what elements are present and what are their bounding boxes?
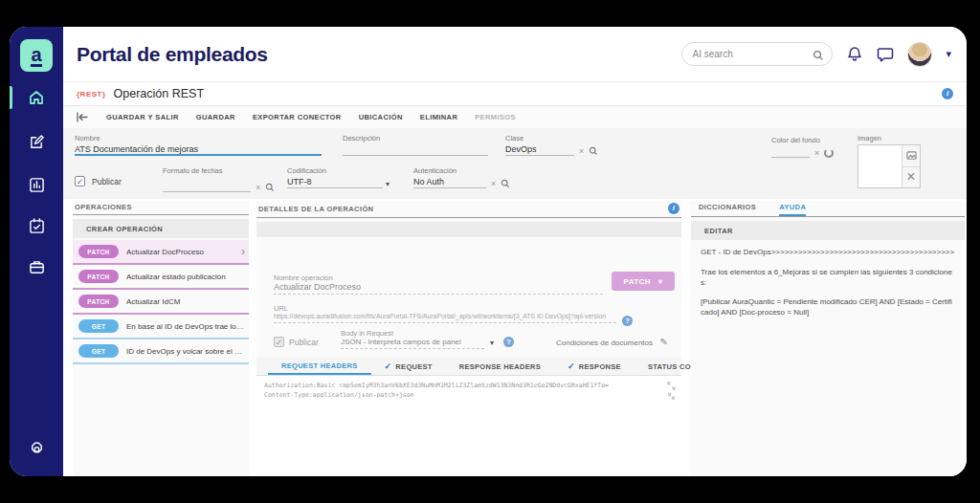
notifications-button[interactable] xyxy=(846,46,863,63)
action-toolbar: GUARDAR Y SALIR GUARDAR EXPORTAR CONECTO… xyxy=(63,106,967,128)
tab-request-headers[interactable]: REQUEST HEADERS xyxy=(268,358,371,375)
operation-row[interactable]: GET En base al ID de DevOps trae los dem… xyxy=(73,315,249,339)
search-icon[interactable] xyxy=(813,50,822,59)
field-clase-input[interactable]: DevOps xyxy=(505,144,574,156)
bell-icon xyxy=(846,46,863,63)
operation-label: Actualizar IdCM xyxy=(126,297,245,306)
ai-search[interactable] xyxy=(681,42,833,66)
editar-button[interactable]: EDITAR xyxy=(691,221,965,240)
create-operation-button[interactable]: CREAR OPERACIÓN xyxy=(73,219,249,238)
object-title-bar: {REST} Operación REST i xyxy=(63,81,967,106)
messages-button[interactable] xyxy=(877,46,894,63)
field-color-fondo-input[interactable] xyxy=(771,146,810,158)
save-and-exit-button[interactable]: GUARDAR Y SALIR xyxy=(106,113,179,121)
formato-search-icon[interactable] xyxy=(265,183,275,192)
sidebar-item-edit[interactable] xyxy=(10,127,63,156)
tab-request[interactable]: REQUEST xyxy=(371,358,446,375)
edit-icon xyxy=(29,134,45,150)
field-codificacion: Codificación UTF-8 ▾ xyxy=(287,166,390,188)
method-select-button[interactable]: PATCH ▾ xyxy=(612,272,675,291)
color-clear-icon[interactable]: × xyxy=(813,148,821,158)
field-codificacion-select[interactable]: UTF-8 xyxy=(287,177,383,188)
field-autenticacion-label: Autenticación xyxy=(413,166,510,175)
field-autenticacion-input[interactable]: No Auth xyxy=(413,177,486,188)
body-in-request-select[interactable]: JSON - Interpreta campos de panel xyxy=(341,338,484,349)
back-icon[interactable] xyxy=(77,112,89,122)
expand-icon[interactable] xyxy=(667,382,676,390)
delete-button[interactable]: ELIMINAR xyxy=(420,113,457,121)
operation-row[interactable]: PATCH Actualizar IdCM xyxy=(73,290,249,315)
sidebar-item-calendar[interactable] xyxy=(10,211,63,240)
field-formato-fechas-input[interactable] xyxy=(163,181,251,192)
save-button[interactable]: GUARDAR xyxy=(196,113,235,121)
editor-expanders xyxy=(667,382,676,401)
field-descripcion-input[interactable] xyxy=(343,144,488,156)
method-badge: PATCH xyxy=(78,245,119,258)
pencil-icon[interactable]: ✎ xyxy=(660,337,668,347)
nombre-operacion-label: Nombre operación xyxy=(274,273,603,282)
sidebar-item-home[interactable] xyxy=(10,83,63,112)
help-line-conditions: [Publicar AuraQuantic = Pendiente modifi… xyxy=(701,297,955,318)
help-line-description: Trae los elementos a 6_Mejoras si se cum… xyxy=(701,268,955,289)
publicar-detail-checkbox[interactable] xyxy=(274,337,284,347)
rest-type-badge: {REST} xyxy=(77,90,106,98)
brand-logo-icon[interactable]: a xyxy=(20,39,53,72)
details-toolbar xyxy=(256,222,681,237)
field-autenticacion: Autenticación No Auth × xyxy=(413,166,510,188)
nombre-operacion-input[interactable]: Actualizar DocProceso xyxy=(274,282,603,295)
tab-response-headers[interactable]: RESPONSE HEADERS xyxy=(446,358,554,375)
operations-panel: OPERACIONES CREAR OPERACIÓN PATCH Actual… xyxy=(73,201,249,476)
url-input[interactable]: https://devops.auradifusion.com/tfs/Aura… xyxy=(274,313,616,323)
field-descripcion-label: Descripción xyxy=(343,134,488,142)
formato-clear-icon[interactable]: × xyxy=(254,183,262,192)
image-remove-icon[interactable]: × xyxy=(902,166,920,188)
operations-panel-title: OPERACIONES xyxy=(73,201,249,215)
export-connector-button[interactable]: EXPORTAR CONECTOR xyxy=(253,113,342,121)
request-tabs: REQUEST HEADERS REQUEST RESPONSE HEADERS… xyxy=(256,358,681,376)
operation-row[interactable]: PATCH Actualizar estado publicación xyxy=(73,265,249,290)
publicar-checkbox[interactable] xyxy=(75,176,85,186)
body-dropdown-icon[interactable]: ▾ xyxy=(490,339,494,347)
field-formato-fechas-label: Formato de fechas xyxy=(163,166,275,175)
publicar-detail-label: Publicar xyxy=(289,338,319,347)
bar-chart-icon xyxy=(29,177,45,193)
tab-ayuda[interactable]: AYUDA xyxy=(779,203,806,216)
method-badge: PATCH xyxy=(78,270,119,283)
autenticacion-clear-icon[interactable]: × xyxy=(489,179,498,188)
operation-row[interactable]: GET ID de DevOps y volcar sobre el GC Me… xyxy=(73,339,249,364)
color-picker-icon[interactable] xyxy=(824,148,834,158)
field-formato-fechas: Formato de fechas × xyxy=(163,166,275,192)
operation-label: ID de DevOps y volcar sobre el GC Mejor.… xyxy=(126,347,245,356)
image-dropzone[interactable]: × xyxy=(858,144,921,188)
sidebar: a xyxy=(10,27,63,476)
ai-search-input[interactable] xyxy=(692,49,807,59)
field-clase-label: Clase xyxy=(505,134,598,142)
clase-search-icon[interactable] xyxy=(589,146,598,156)
operation-row[interactable]: PATCH Actualizar DocProceso › xyxy=(73,240,249,265)
info-icon[interactable]: i xyxy=(942,88,953,99)
user-menu-chevron-down-icon[interactable]: ▾ xyxy=(946,48,951,60)
clase-clear-icon[interactable]: × xyxy=(577,146,586,156)
url-help-icon[interactable]: ? xyxy=(622,316,633,326)
collapse-icon[interactable] xyxy=(667,392,676,401)
sidebar-item-briefcase[interactable] xyxy=(10,252,63,281)
sidebar-item-settings[interactable] xyxy=(10,433,63,462)
document-conditions-link[interactable]: Condiciones de documentos xyxy=(556,339,653,347)
request-headers-editor[interactable]: Authorization:Basic cmp5emIyM3h3anV6bXE3… xyxy=(256,376,681,476)
method-badge: GET xyxy=(78,344,119,358)
sidebar-item-reports[interactable] xyxy=(10,170,63,199)
check-icon xyxy=(568,361,575,371)
field-nombre-input[interactable]: ATS Documentación de mejoras xyxy=(75,144,322,156)
calendar-check-icon xyxy=(29,218,45,234)
permissions-button[interactable]: PERMISOS xyxy=(475,113,516,121)
body-help-icon[interactable]: ? xyxy=(503,337,514,347)
tab-response[interactable]: RESPONSE xyxy=(554,358,635,375)
tab-diccionarios[interactable]: DICCIONARIOS xyxy=(699,203,756,213)
codificacion-dropdown-icon[interactable]: ▾ xyxy=(386,180,390,188)
user-avatar[interactable] xyxy=(907,42,932,67)
field-body-in-request: Body in Request JSON - Interpreta campos… xyxy=(341,329,484,349)
details-info-icon[interactable]: i xyxy=(668,203,679,214)
image-upload-icon[interactable] xyxy=(902,145,920,166)
location-button[interactable]: UBICACIÓN xyxy=(359,113,403,121)
autenticacion-search-icon[interactable] xyxy=(501,179,510,188)
